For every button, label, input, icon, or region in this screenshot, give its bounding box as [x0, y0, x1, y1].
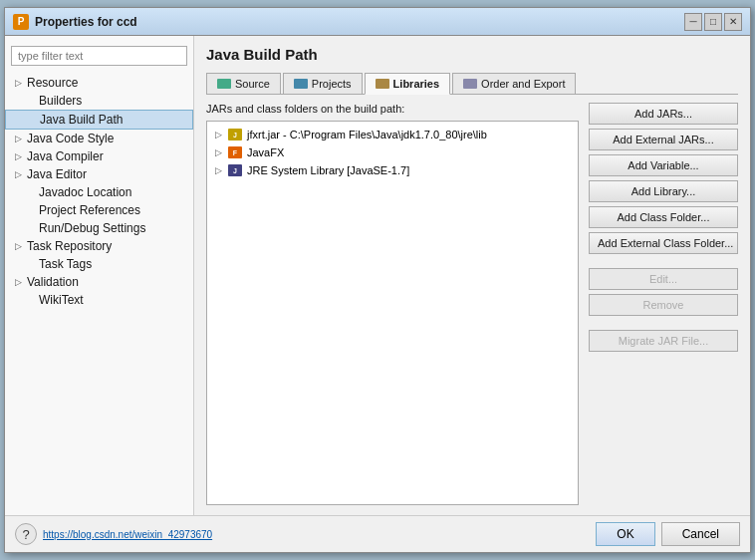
- sidebar-label-java-compiler: Java Compiler: [27, 149, 104, 163]
- sidebar-label-java-editor: Java Editor: [27, 167, 87, 181]
- sidebar: ▷Resource Builders Java Build Path▷Java …: [5, 36, 194, 515]
- sidebar-item-javadoc-location[interactable]: Javadoc Location: [5, 183, 193, 201]
- projects-tab-icon: [294, 79, 308, 89]
- tree-arrow-javafx: ▷: [215, 147, 227, 157]
- add-class-folder-button[interactable]: Add Class Folder...: [589, 206, 738, 228]
- panel-title: Java Build Path: [206, 46, 738, 63]
- tab-projects[interactable]: Projects: [283, 73, 363, 94]
- sidebar-item-builders[interactable]: Builders: [5, 92, 193, 110]
- add-external-jars-button[interactable]: Add External JARs...: [589, 129, 738, 150]
- sidebar-item-java-build-path[interactable]: Java Build Path: [5, 110, 193, 130]
- buttons-panel: Add JARs...Add External JARs...Add Varia…: [589, 103, 738, 505]
- bottom-bar: ? https://blog.csdn.net/weixin_42973670 …: [5, 515, 750, 552]
- help-button[interactable]: ?: [15, 523, 37, 545]
- sidebar-item-wikitext[interactable]: WikiText: [5, 291, 193, 309]
- sidebar-label-task-repository: Task Repository: [27, 239, 112, 253]
- sidebar-item-project-references[interactable]: Project References: [5, 201, 193, 219]
- add-jars-button[interactable]: Add JARs...: [589, 103, 738, 125]
- tabs-bar: Source Projects Libraries Order and Expo…: [206, 73, 738, 95]
- add-external-class-folder-button[interactable]: Add External Class Folder...: [589, 232, 738, 254]
- panel-body: JARs and class folders on the build path…: [206, 103, 738, 505]
- sidebar-item-run-debug-settings[interactable]: Run/Debug Settings: [5, 219, 193, 237]
- sidebar-tree: ▷Resource Builders Java Build Path▷Java …: [5, 74, 193, 309]
- tab-source[interactable]: Source: [206, 73, 281, 94]
- expand-arrow-java-code-style: ▷: [15, 134, 25, 143]
- expand-arrow-java-compiler: ▷: [15, 151, 25, 161]
- filter-input[interactable]: [11, 46, 187, 66]
- expand-arrow-resource: ▷: [15, 78, 25, 88]
- bottom-right: OK Cancel: [596, 522, 740, 546]
- expand-arrow-java-editor: ▷: [15, 169, 25, 179]
- window-title: Properties for ccd: [35, 15, 684, 29]
- sidebar-label-validation: Validation: [27, 275, 79, 289]
- source-tab-icon: [217, 79, 231, 89]
- sidebar-label-wikitext: WikiText: [39, 293, 84, 307]
- sidebar-item-resource[interactable]: ▷Resource: [5, 74, 193, 92]
- list-description: JARs and class folders on the build path…: [206, 103, 579, 115]
- btn-spacer-8: [589, 320, 738, 326]
- migrate-jar-button[interactable]: Migrate JAR File...: [589, 330, 738, 352]
- item-label-jfxrt: jfxrt.jar - C:\Program Files\Java\jdk1.7…: [247, 129, 487, 140]
- cancel-button[interactable]: Cancel: [661, 522, 740, 546]
- item-label-jre-system: JRE System Library [JavaSE-1.7]: [247, 164, 409, 176]
- sidebar-label-java-build-path: Java Build Path: [40, 113, 123, 127]
- sidebar-label-run-debug-settings: Run/Debug Settings: [39, 221, 145, 235]
- item-label-javafx: JavaFX: [247, 146, 284, 158]
- library-item-jre-system[interactable]: ▷ J JRE System Library [JavaSE-1.7]: [211, 161, 574, 179]
- sidebar-item-task-repository[interactable]: ▷Task Repository: [5, 237, 193, 255]
- edit-button[interactable]: Edit...: [589, 268, 738, 290]
- minimize-button[interactable]: ─: [684, 13, 702, 31]
- bottom-left: ? https://blog.csdn.net/weixin_42973670: [15, 523, 212, 545]
- footer-link[interactable]: https://blog.csdn.net/weixin_42973670: [43, 529, 212, 540]
- sidebar-item-java-editor[interactable]: ▷Java Editor: [5, 165, 193, 183]
- title-bar: P Properties for ccd ─ □ ✕: [5, 8, 750, 36]
- maximize-button[interactable]: □: [704, 13, 722, 31]
- library-item-javafx[interactable]: ▷ F JavaFX: [211, 143, 574, 161]
- btn-spacer-6: [589, 258, 738, 264]
- library-item-jfxrt[interactable]: ▷ J jfxrt.jar - C:\Program Files\Java\jd…: [211, 126, 574, 143]
- close-button[interactable]: ✕: [724, 13, 742, 31]
- add-variable-button[interactable]: Add Variable...: [589, 154, 738, 176]
- main-panel: Java Build Path Source Projects Librarie…: [194, 36, 750, 515]
- tab-order-export[interactable]: Order and Export: [452, 73, 576, 94]
- window-controls: ─ □ ✕: [684, 13, 742, 31]
- order-tab-icon: [463, 79, 477, 89]
- item-icon-jre-system: J: [227, 163, 243, 177]
- expand-arrow-task-repository: ▷: [15, 241, 25, 251]
- ok-button[interactable]: OK: [596, 522, 654, 546]
- sidebar-label-javadoc-location: Javadoc Location: [39, 185, 131, 199]
- add-library-button[interactable]: Add Library...: [589, 180, 738, 202]
- libraries-tab-icon: [376, 79, 389, 89]
- sidebar-item-java-code-style[interactable]: ▷Java Code Style: [5, 130, 193, 147]
- expand-arrow-validation: ▷: [15, 277, 25, 287]
- sidebar-label-builders: Builders: [39, 94, 82, 108]
- content-area: ▷Resource Builders Java Build Path▷Java …: [5, 36, 750, 515]
- window-icon: P: [13, 14, 29, 30]
- sidebar-item-validation[interactable]: ▷Validation: [5, 273, 193, 291]
- sidebar-label-task-tags: Task Tags: [39, 257, 92, 271]
- item-icon-jfxrt: J: [227, 128, 243, 141]
- tab-libraries[interactable]: Libraries: [365, 73, 450, 95]
- sidebar-label-project-references: Project References: [39, 203, 140, 217]
- library-list: ▷ J jfxrt.jar - C:\Program Files\Java\jd…: [206, 121, 579, 505]
- tree-arrow-jre-system: ▷: [215, 165, 227, 175]
- sidebar-item-java-compiler[interactable]: ▷Java Compiler: [5, 147, 193, 165]
- item-icon-javafx: F: [227, 145, 243, 159]
- sidebar-label-resource: Resource: [27, 76, 78, 90]
- sidebar-item-task-tags[interactable]: Task Tags: [5, 255, 193, 273]
- main-window: P Properties for ccd ─ □ ✕ ▷Resource Bui…: [4, 7, 751, 553]
- remove-button[interactable]: Remove: [589, 294, 738, 316]
- sidebar-label-java-code-style: Java Code Style: [27, 132, 114, 145]
- tree-arrow-jfxrt: ▷: [215, 130, 227, 140]
